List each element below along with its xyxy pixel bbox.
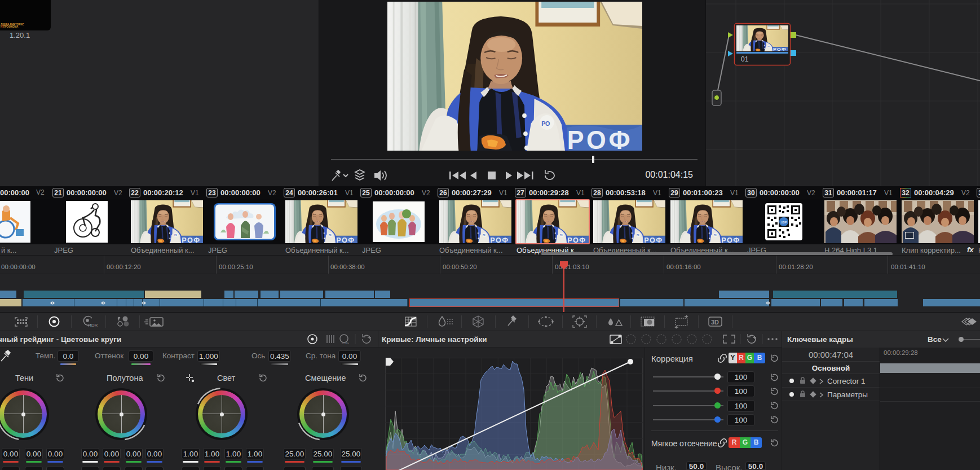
svg-text:HDR: HDR — [88, 323, 98, 328]
svg-text:3D: 3D — [711, 319, 719, 326]
svg-text:LOG: LOG — [342, 341, 349, 345]
svg-text:01: 01 — [741, 55, 749, 63]
